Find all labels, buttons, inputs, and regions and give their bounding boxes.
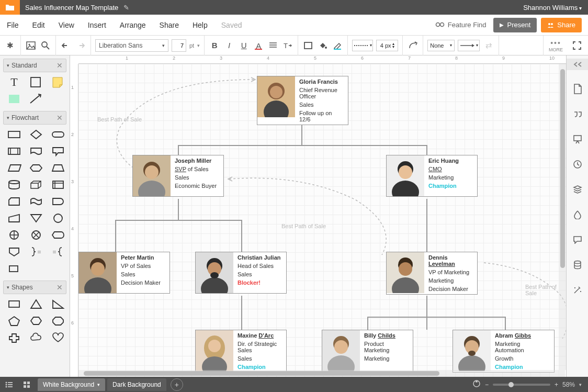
document-title[interactable]: Sales Influencer Map Template [25,4,118,12]
folder-icon[interactable] [0,0,20,15]
tape-shape[interactable] [27,195,45,208]
line-width-input[interactable]: 4 px▴▾ [376,40,398,51]
cloud-shape[interactable] [27,331,45,344]
fill-rect-icon[interactable] [302,40,314,51]
settings-icon[interactable]: ✱ [5,40,16,51]
zoom-in-icon[interactable]: + [555,381,558,388]
grid-view-icon[interactable] [18,377,36,392]
close-icon[interactable]: ✕ [56,114,63,122]
node-billy[interactable]: Billy ChildsProduct MarketingMarketing [322,330,413,372]
node-eric[interactable]: Eric HuangCMOMarketingChampion [386,155,478,197]
feature-find[interactable]: Feature Find [435,21,487,29]
fullscreen-icon[interactable] [571,40,583,51]
menu-help[interactable]: Help [186,21,214,29]
node-maxine[interactable]: Maxine D'ArcDir. of Strategic SalesSales… [195,330,287,373]
triangle-shape[interactable] [27,297,45,311]
zoom-out-icon[interactable]: − [485,381,489,388]
layers-icon[interactable] [571,183,584,196]
fill-bucket-icon[interactable] [317,40,329,51]
text-shape[interactable]: T [5,75,23,89]
drop-icon[interactable] [571,208,584,221]
summing-shape[interactable] [27,228,45,242]
page-icon[interactable] [571,83,584,95]
square-shape[interactable] [27,75,45,89]
standard-section-header[interactable]: ▾Standard✕ [3,59,66,72]
horizontal-scrollbar[interactable] [78,370,565,377]
merge-shape[interactable] [27,211,45,225]
cube-shape[interactable] [27,178,45,192]
zoom-slider[interactable] [493,384,550,386]
rectangle-shape[interactable] [5,297,23,311]
small-rect-shape[interactable] [5,262,23,275]
database-icon[interactable] [571,259,584,271]
share-button[interactable]: Share [541,18,582,32]
note-shape[interactable] [49,75,67,89]
flowchart-section-header[interactable]: ▾Flowchart✕ [3,111,66,125]
octagon-shape[interactable] [49,314,67,328]
right-triangle-shape[interactable] [49,297,67,311]
cross-shape[interactable] [5,331,23,344]
or-shape[interactable] [5,228,23,242]
menu-file[interactable]: File [0,21,26,29]
node-gloria[interactable]: Gloria FrancisChief Revenue OfficerSales… [257,76,348,125]
data-shape[interactable] [5,161,23,175]
underline-icon[interactable]: U [238,40,250,51]
zoom-fit-icon[interactable] [472,379,481,389]
document-shape[interactable] [27,144,45,158]
user-menu[interactable]: Shannon Williams [523,4,582,12]
font-size-input[interactable] [172,39,186,52]
search-icon[interactable] [40,40,51,51]
edit-title-icon[interactable]: ✎ [123,4,129,12]
line-color-icon[interactable] [332,40,343,51]
bold-icon[interactable]: B [209,40,220,51]
close-icon[interactable]: ✕ [56,61,63,70]
page-tab-white[interactable]: White Background▾ [38,378,105,391]
align-icon[interactable] [267,40,279,51]
node-joseph[interactable]: Joseph MillerSVP of SalesSalesEconomic B… [132,155,224,197]
node-peter[interactable]: Peter MartinVP of SalesSalesDecision Mak… [78,252,170,294]
text-color-icon[interactable]: A [253,40,264,51]
vertical-scrollbar[interactable] [559,64,566,370]
offpage-shape[interactable] [5,245,23,259]
heart-shape[interactable] [49,331,67,344]
line-shape-icon[interactable] [407,40,419,51]
text-format-icon[interactable]: T [282,40,293,51]
italic-icon[interactable]: I [223,40,235,51]
menu-share[interactable]: Share [153,21,186,29]
menu-edit[interactable]: Edit [26,21,52,29]
callout-shape[interactable] [49,144,67,158]
green-rect-shape[interactable] [5,92,23,106]
arrow-end-selector[interactable]: ▾ [458,40,480,51]
pentagon-shape[interactable] [5,314,23,328]
node-christian[interactable]: Christian JulianHead of SalesSalesBlocke… [195,252,287,294]
process-shape[interactable] [5,128,23,141]
close-icon[interactable]: ✕ [56,283,63,292]
brace-left-shape[interactable] [49,245,67,259]
collapse-panel-icon[interactable] [567,59,589,70]
node-abram[interactable]: Abram GibbsMarketing AutomationGrowthCha… [453,330,555,373]
swap-arrows-icon[interactable]: ⇄ [483,40,494,51]
more-button[interactable]: ••• MORE [549,39,563,52]
redo-icon[interactable] [75,40,86,51]
page-tab-dark[interactable]: Dark Background [107,378,166,391]
connector-shape[interactable] [49,211,67,225]
comment-icon[interactable] [571,233,584,246]
menu-view[interactable]: View [52,21,81,29]
hexagon2-shape[interactable] [27,314,45,328]
hexagon-shape[interactable] [27,161,45,175]
delay-shape[interactable] [49,195,67,208]
present-button[interactable]: Present [493,18,537,32]
trapezoid-shape[interactable] [49,161,67,175]
menu-insert[interactable]: Insert [81,21,113,29]
font-selector[interactable]: Liberation Sans▾ [95,39,168,52]
presentation-icon[interactable] [571,133,584,145]
cylinder-shape[interactable] [5,178,23,192]
predefined-shape[interactable] [5,144,23,158]
line-style-selector[interactable]: ▾ [352,40,373,51]
history-icon[interactable] [571,158,584,171]
node-dennis[interactable]: Dennis LevelmanVP of MarketingMarketingD… [386,252,478,295]
quote-icon[interactable] [571,108,584,120]
display-shape[interactable] [49,228,67,242]
undo-icon[interactable] [60,40,72,51]
terminator-shape[interactable] [49,128,67,141]
